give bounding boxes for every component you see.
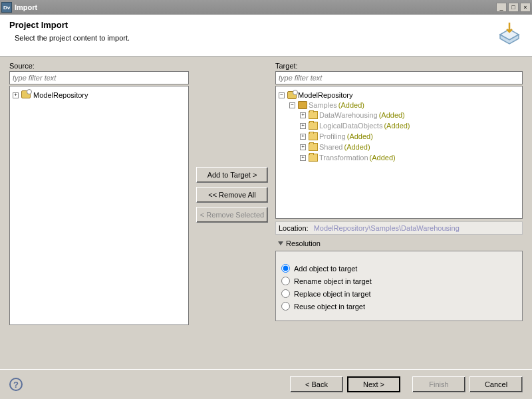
node-label: Samples bbox=[309, 101, 337, 109]
node-label: LogicalDataObjects bbox=[319, 122, 382, 130]
source-filter-input[interactable] bbox=[9, 71, 189, 84]
resolution-option-add[interactable]: Add object to target bbox=[281, 262, 517, 275]
collapse-icon[interactable]: − bbox=[279, 92, 285, 98]
location-label: Location: bbox=[279, 224, 309, 232]
status-badge: (Added) bbox=[347, 132, 373, 140]
app-icon: Dv bbox=[1, 2, 12, 13]
finish-button[interactable]: Finish bbox=[412, 376, 466, 392]
resolution-option-reuse[interactable]: Reuse object in target bbox=[281, 300, 517, 313]
status-badge: (Added) bbox=[344, 143, 370, 151]
titlebar: Dv Import _ □ × bbox=[0, 0, 532, 15]
remove-selected-button[interactable]: < Remove Selected bbox=[196, 207, 268, 223]
resolution-title: Resolution bbox=[286, 239, 321, 247]
status-badge: (Added) bbox=[338, 101, 364, 109]
window-title: Import bbox=[15, 3, 37, 11]
page-title: Project Import bbox=[9, 20, 130, 30]
node-label: Transformation bbox=[319, 154, 368, 162]
source-tree[interactable]: + ModelRepository bbox=[9, 86, 189, 325]
target-samples-node[interactable]: − Samples (Added) bbox=[289, 101, 364, 109]
expand-icon[interactable]: + bbox=[13, 92, 19, 98]
node-label: Shared bbox=[319, 143, 342, 151]
expand-icon[interactable]: + bbox=[300, 112, 306, 118]
close-button[interactable]: × bbox=[520, 3, 531, 12]
target-folder-node[interactable]: +LogicalDataObjects (Added) bbox=[300, 122, 410, 130]
remove-all-button[interactable]: << Remove All bbox=[196, 187, 268, 203]
maximize-button[interactable]: □ bbox=[508, 3, 519, 12]
node-label: ModelRepository bbox=[33, 91, 88, 99]
back-button[interactable]: < Back bbox=[290, 376, 343, 392]
target-root-node[interactable]: − ModelRepository bbox=[279, 91, 353, 99]
radio-label: Rename object in target bbox=[294, 277, 372, 285]
radio-label: Reuse object in target bbox=[294, 303, 365, 311]
radio-label: Add object to target bbox=[294, 265, 357, 273]
cancel-button[interactable]: Cancel bbox=[469, 376, 523, 392]
import-icon bbox=[496, 20, 523, 47]
add-to-target-button[interactable]: Add to Target > bbox=[196, 167, 268, 183]
repository-icon bbox=[21, 90, 31, 98]
help-icon[interactable]: ? bbox=[9, 378, 23, 391]
target-folder-node[interactable]: +Transformation (Added) bbox=[300, 154, 396, 162]
target-folder-node[interactable]: +Shared (Added) bbox=[300, 143, 370, 151]
target-folder-node[interactable]: +Profiling (Added) bbox=[300, 132, 373, 140]
target-filter-input[interactable] bbox=[275, 71, 523, 84]
target-label: Target: bbox=[275, 62, 523, 70]
chevron-down-icon bbox=[278, 241, 283, 245]
wizard-body: Source: + ModelRepository Add to Target … bbox=[0, 57, 532, 331]
source-root-node[interactable]: + ModelRepository bbox=[13, 90, 88, 100]
folder-icon bbox=[309, 132, 318, 140]
source-label: Source: bbox=[9, 62, 189, 70]
target-folder-node[interactable]: +DataWarehousing (Added) bbox=[300, 111, 405, 119]
expand-icon[interactable]: + bbox=[300, 155, 306, 161]
radio-replace[interactable] bbox=[281, 289, 290, 298]
resolution-section-toggle[interactable]: Resolution bbox=[275, 237, 523, 249]
folder-icon bbox=[309, 143, 318, 151]
expand-icon[interactable]: + bbox=[300, 134, 306, 140]
resolution-option-replace[interactable]: Replace object in target bbox=[281, 287, 517, 300]
project-icon bbox=[298, 101, 307, 109]
node-label: ModelRepository bbox=[298, 91, 353, 99]
node-label: Profiling bbox=[319, 132, 346, 140]
wizard-footer: ? < Back Next > Finish Cancel bbox=[0, 369, 532, 399]
status-badge: (Added) bbox=[384, 122, 410, 130]
radio-add[interactable] bbox=[281, 264, 290, 273]
resolution-radio-group: Add object to target Rename object in ta… bbox=[275, 251, 523, 321]
radio-label: Replace object in target bbox=[294, 290, 371, 298]
expand-icon[interactable]: + bbox=[300, 123, 306, 129]
location-bar: Location: ModelRepository\Samples\DataWa… bbox=[275, 221, 523, 235]
wizard-header: Project Import Select the project conten… bbox=[0, 15, 532, 57]
repository-icon bbox=[287, 91, 297, 99]
folder-icon bbox=[309, 154, 318, 162]
minimize-button[interactable]: _ bbox=[496, 3, 507, 12]
collapse-icon[interactable]: − bbox=[289, 102, 295, 108]
resolution-option-rename[interactable]: Rename object in target bbox=[281, 275, 517, 287]
target-tree[interactable]: − ModelRepository − Samples (Added) bbox=[275, 86, 523, 219]
expand-icon[interactable]: + bbox=[300, 144, 306, 150]
folder-icon bbox=[309, 122, 318, 130]
radio-reuse[interactable] bbox=[281, 302, 290, 311]
radio-rename[interactable] bbox=[281, 277, 290, 285]
next-button[interactable]: Next > bbox=[347, 376, 400, 392]
page-subtitle: Select the project content to import. bbox=[15, 34, 130, 42]
folder-icon bbox=[309, 111, 318, 119]
status-badge: (Added) bbox=[370, 154, 396, 162]
status-badge: (Added) bbox=[379, 111, 405, 119]
node-label: DataWarehousing bbox=[319, 111, 378, 119]
location-value: ModelRepository\Samples\DataWarehousing bbox=[314, 224, 460, 232]
